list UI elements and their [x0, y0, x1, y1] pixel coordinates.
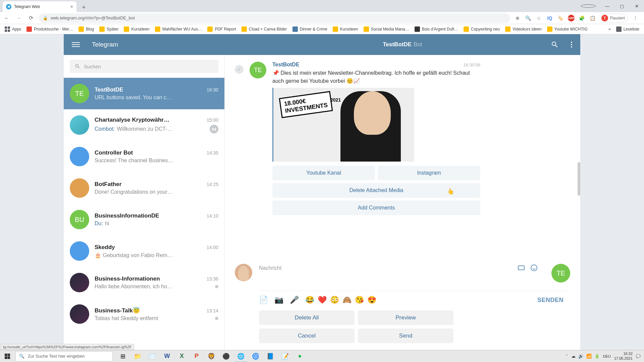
abp-extension-icon[interactable]: ABP [568, 15, 575, 21]
reload-button[interactable]: ⟳ [27, 14, 35, 22]
mail-icon[interactable]: ✉️ [145, 350, 160, 362]
zoom-icon[interactable]: 🔍 [525, 15, 532, 21]
bookmark-item[interactable]: Social Media Mana… [362, 25, 411, 33]
url-input[interactable]: 🔒 web.telegram.org/#/im?p=@TestBotDE_bot [39, 13, 510, 23]
extension-icon-3[interactable]: 📋 [589, 15, 596, 21]
attach-file-icon[interactable]: 📄 [259, 296, 268, 304]
quick-emoji[interactable]: ❤️ [318, 296, 327, 304]
volume-icon[interactable]: 🔊 [578, 354, 584, 359]
quick-emoji[interactable]: 😂 [305, 296, 314, 304]
task-view-icon[interactable]: ⊞ [115, 350, 130, 362]
chat-list-item[interactable]: Controller Bot14:35Success! The channel … [64, 141, 224, 172]
menu-hamburger-icon[interactable] [72, 42, 80, 47]
message-avatar[interactable]: TE [250, 62, 266, 78]
quick-emoji[interactable]: 🙈 [342, 296, 352, 304]
chat-list-item[interactable]: BUBusinessInformationDE14:10Du: hi [64, 204, 224, 235]
chat-list-item[interactable]: Chartanalyse Kryptowähr…15:00Combot: Wil… [64, 109, 224, 141]
bookmark-item[interactable]: Dinner & Crime [290, 25, 329, 33]
chat-list-item[interactable]: TETestBotDE16:30URL buttons saved. You c… [64, 78, 224, 109]
bookmark-item[interactable]: Videokurs Ideen [503, 25, 544, 33]
inline-button[interactable]: Youtube Kanal [272, 166, 375, 180]
reply-keyboard-button[interactable]: Delete All [259, 310, 355, 325]
bookmark-overflow[interactable]: » [606, 25, 613, 33]
bookmark-item[interactable]: Bois d'Argent Duft… [413, 25, 460, 33]
bookmark-item[interactable]: Produktsuche - Mer… [24, 25, 75, 33]
menu-icon[interactable]: ⋮ [632, 15, 639, 21]
search-input[interactable]: Suchen [70, 60, 218, 73]
clock[interactable]: 16:32 17.05.2021 [614, 352, 633, 360]
notifications-icon[interactable]: 💬 [636, 354, 641, 358]
microphone-icon[interactable]: 🎤 [290, 296, 299, 304]
bookmark-item[interactable]: Kursideen [122, 25, 151, 33]
bookmark-item[interactable]: Cload + Canva Bilder [239, 25, 289, 33]
chat-list[interactable]: TETestBotDE16:30URL buttons saved. You c… [64, 78, 224, 350]
reply-keyboard-button[interactable]: Preview [358, 310, 453, 325]
chat-list-item[interactable]: Business-Informationen13:36Hallo liebe A… [64, 267, 224, 298]
powerpoint-icon[interactable]: P [189, 350, 204, 362]
bookmark-item[interactable]: Wahlfächer WU Aus… [153, 25, 204, 33]
reply-keyboard-button[interactable]: Cancel [259, 328, 355, 343]
chrome-icon[interactable]: 🌐 [233, 350, 248, 362]
reading-list-button[interactable]: Leseliste [614, 25, 641, 33]
quick-emoji[interactable]: 😍 [367, 296, 376, 304]
extension-icon-2[interactable]: 🏷️ [557, 15, 564, 21]
app-icon[interactable]: 📘 [263, 350, 278, 362]
extension-icon[interactable]: IQ [546, 15, 553, 21]
forward-button[interactable]: → [15, 14, 23, 22]
spotify-icon[interactable]: ● [292, 350, 307, 362]
chat-list-item[interactable]: Skeddy14:00🎂 Geburtstag von Fabio Rem… [64, 235, 224, 267]
apps-button[interactable]: Apps [3, 25, 23, 33]
brave-icon[interactable]: 🦁 [204, 350, 219, 362]
maximize-button[interactable]: ▢ [614, 0, 629, 12]
bookmark-item[interactable]: Copywriting neu [462, 25, 502, 33]
taskbar-search-input[interactable]: 🔍 Zur Suche Text hier eingeben [15, 351, 113, 361]
install-icon[interactable]: ⊕ [514, 15, 521, 21]
quick-emoji[interactable]: 😳 [330, 296, 339, 304]
wifi-icon[interactable]: 📶 [586, 354, 592, 359]
bookmark-item[interactable]: PDF Report [205, 25, 238, 33]
message-author[interactable]: TestBotDE [272, 62, 300, 68]
bookmark-item[interactable]: Youtube WICHTIG [545, 25, 590, 33]
emoji-icon[interactable] [530, 264, 538, 272]
start-button[interactable] [0, 350, 15, 362]
messages-area[interactable]: ✓ TE TestBotDE 16:30:59 📌 Dies ist mein … [225, 55, 580, 264]
user-avatar[interactable] [235, 264, 252, 281]
minimize-button[interactable]: — [600, 0, 614, 12]
select-check-icon[interactable]: ✓ [235, 65, 244, 74]
chat-list-item[interactable]: Business-Talk😇13:14Tobias hat Skeddy ent… [64, 298, 224, 330]
profile-button[interactable]: T Pausiert [600, 14, 628, 22]
reply-keyboard-button[interactable]: Send [358, 328, 453, 343]
send-button[interactable]: SENDEN [537, 297, 564, 304]
inline-button[interactable]: Delete Attached Media [272, 183, 480, 198]
excel-icon[interactable]: X [174, 350, 189, 362]
edge-icon[interactable]: 🌀 [248, 350, 263, 362]
bookmark-item[interactable]: Später [97, 25, 120, 33]
language-indicator[interactable]: DEU [603, 354, 611, 358]
inline-button[interactable]: Instagram [378, 166, 480, 180]
bookmark-item[interactable]: Blog [76, 25, 96, 33]
scrollbar-thumb[interactable] [578, 162, 580, 196]
bookmark-star-icon[interactable]: ☆ [536, 15, 542, 21]
chat-header[interactable]: TestBotDE Bot [225, 34, 580, 55]
close-window-button[interactable]: ✕ [629, 0, 644, 12]
file-explorer-icon[interactable]: 📁 [130, 350, 145, 362]
quick-emoji[interactable]: 😘 [355, 296, 364, 304]
account-dot-icon[interactable] [581, 4, 596, 8]
bookmark-item[interactable]: Kursideen [331, 25, 360, 33]
chat-list-item[interactable]: BotFather14:25Done! Congratulations on y… [64, 172, 224, 204]
back-button[interactable]: ← [3, 14, 11, 22]
word-icon[interactable]: W [160, 350, 174, 362]
onedrive-icon[interactable]: ☁ [571, 354, 576, 359]
new-tab-button[interactable]: + [79, 3, 89, 12]
keyboard-icon[interactable] [517, 264, 525, 272]
browser-tab[interactable]: Telegram Web × [3, 1, 76, 12]
message-input[interactable]: Nachricht [259, 264, 507, 276]
obs-icon[interactable]: ⚫ [219, 350, 233, 362]
tab-close-icon[interactable]: × [70, 4, 73, 9]
camera-icon[interactable]: 📷 [274, 296, 283, 304]
tray-chevron-icon[interactable]: ˄ [566, 354, 568, 358]
battery-icon[interactable]: 🔋 [594, 354, 600, 359]
send-as-avatar[interactable]: TE [551, 264, 570, 283]
message-attached-image[interactable]: 18.000€ INVESTMENTS 2021 [273, 88, 414, 162]
extensions-puzzle-icon[interactable]: 🧩 [579, 15, 585, 21]
